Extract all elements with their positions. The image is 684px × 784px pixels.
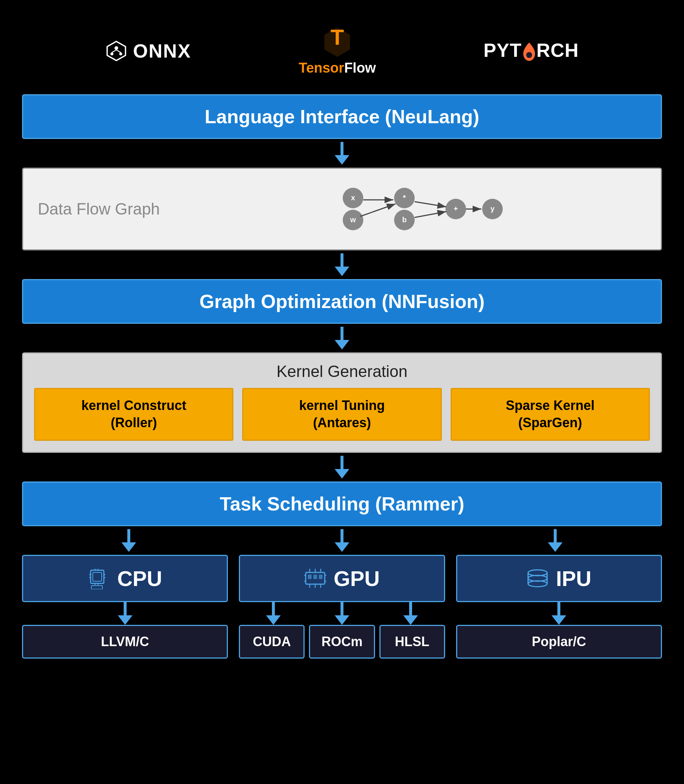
graph-optimization-block: Graph Optimization (NNFusion): [22, 279, 662, 324]
arrow-col-cpu: [22, 529, 235, 552]
cpu-output-group: LLVM/C: [22, 625, 228, 658]
pytorch-logo: PYT RCH: [484, 39, 579, 62]
svg-line-24: [415, 202, 446, 207]
arrow-col-poplar: [456, 602, 662, 625]
arrow-col-gpu: [235, 529, 448, 552]
tensorflow-label-1: Tensor: [299, 60, 344, 76]
ipu-output-group: Poplar/C: [456, 625, 662, 658]
svg-line-23: [360, 204, 395, 216]
arrow-line-rocm: [340, 602, 344, 615]
gpu-output-group: CUDA ROCm HLSL: [239, 625, 445, 658]
svg-text:x: x: [351, 194, 355, 202]
ipu-label: IPU: [556, 566, 592, 591]
tensorflow-label-2: Flow: [344, 60, 376, 76]
arrow-head-cpu: [121, 543, 136, 552]
svg-rect-40: [313, 575, 317, 579]
svg-text:w: w: [350, 216, 356, 224]
sparse-kernel: Sparse Kernel(SparGen): [451, 388, 650, 441]
pytorch-flame-icon: [520, 41, 538, 62]
cuda-block: CUDA: [239, 625, 305, 658]
arrow-col-ipu: [449, 529, 662, 552]
ipu-icon: [527, 567, 548, 589]
cpu-block: CPU: [22, 555, 228, 602]
gpu-output-sub-row: CUDA ROCm HLSL: [239, 625, 445, 658]
arrow-head-cuda: [266, 615, 281, 625]
arrow-line-gpu: [340, 529, 344, 543]
arrow-head-poplar: [552, 615, 566, 625]
arrow-line-ipu: [554, 529, 557, 543]
graph-optimization-title: Graph Optimization (NNFusion): [199, 291, 484, 312]
arrow-4: [22, 453, 662, 481]
svg-line-25: [415, 212, 446, 217]
arrow-line-3: [340, 327, 344, 340]
task-scheduling-title: Task Scheduling (Rammer): [220, 493, 465, 515]
arrow-head-llvm: [118, 615, 132, 625]
svg-rect-37: [91, 586, 102, 589]
output-row: LLVM/C CUDA ROCm HLSL Poplar/C: [22, 625, 662, 658]
arrow-head-rocm: [335, 615, 349, 625]
kernel-construct: kernel Construct(Roller): [34, 388, 233, 441]
arrow-line-2: [340, 253, 344, 267]
task-scheduling-block: Task Scheduling (Rammer): [22, 481, 662, 526]
svg-rect-39: [308, 575, 311, 579]
tensorflow-logo: T TensorFlow: [299, 26, 376, 76]
svg-marker-0: [107, 42, 126, 61]
svg-rect-41: [319, 575, 323, 579]
rocm-block: ROCm: [309, 625, 375, 658]
gpu-label: GPU: [334, 566, 380, 591]
svg-text:y: y: [490, 204, 495, 213]
gpu-icon: [304, 567, 326, 589]
multi-arrow-row: [22, 526, 662, 555]
llvm-block: LLVM/C: [22, 625, 228, 658]
logos-row: ONNX T TensorFlow PYT RCH: [22, 14, 662, 94]
arrow-line-4: [340, 456, 344, 469]
arrow-3: [22, 324, 662, 353]
arrow-head-2: [335, 267, 349, 276]
svg-text:*: *: [403, 194, 406, 202]
arrow-head-4: [335, 469, 349, 478]
svg-point-1: [115, 46, 118, 50]
kernel-items: kernel Construct(Roller) kernel Tuning(A…: [34, 388, 650, 441]
arrow-line-hlsl: [409, 602, 412, 615]
svg-point-8: [526, 52, 532, 58]
arrow-1: [22, 139, 662, 167]
arrow-head-gpu: [335, 543, 349, 552]
svg-text:T: T: [331, 26, 344, 50]
poplar-block: Poplar/C: [456, 625, 662, 658]
arrow-2: [22, 250, 662, 279]
target-row: CPU GPU: [22, 555, 662, 602]
kernel-tuning: kernel Tuning(Antares): [242, 388, 442, 441]
svg-line-4: [112, 50, 116, 52]
kernel-generation-title: Kernel Generation: [34, 362, 650, 381]
svg-text:b: b: [402, 216, 407, 224]
dfg-graph: x w * b + y: [192, 180, 646, 238]
dfg-svg: x w * b + y: [331, 180, 507, 238]
arrow-col-gpu-outputs: [239, 602, 445, 625]
arrow-line-llvm: [124, 602, 127, 615]
kernel-generation-block: Kernel Generation kernel Construct(Rolle…: [22, 353, 662, 453]
arrow-head-hlsl: [403, 615, 418, 625]
arrow-line-cpu: [127, 529, 130, 543]
output-arrow-row: [22, 602, 662, 625]
svg-point-2: [110, 52, 113, 55]
cpu-label: CPU: [117, 566, 162, 591]
tensorflow-icon: T: [321, 26, 354, 59]
onnx-logo: ONNX: [105, 40, 191, 62]
diagram-container: ONNX T TensorFlow PYT RCH Language: [22, 14, 662, 658]
gpu-block: GPU: [239, 555, 445, 602]
language-interface-title: Language Interface (NeuLang): [205, 106, 479, 127]
onnx-icon: [105, 40, 127, 62]
arrow-head-ipu: [548, 543, 563, 552]
language-interface-block: Language Interface (NeuLang): [22, 94, 662, 139]
svg-point-3: [119, 52, 122, 55]
cpu-icon: [88, 567, 110, 589]
arrow-line-1: [340, 142, 344, 155]
svg-text:+: +: [453, 204, 458, 213]
arrow-line-poplar: [557, 602, 560, 615]
arrow-col-rocm: [308, 602, 376, 625]
arrow-line-cuda: [272, 602, 275, 615]
data-flow-graph-block: Data Flow Graph x w *: [22, 167, 662, 250]
arrow-head-1: [335, 155, 349, 165]
pytorch-label: PYT RCH: [484, 39, 579, 62]
onnx-label: ONNX: [133, 40, 191, 62]
